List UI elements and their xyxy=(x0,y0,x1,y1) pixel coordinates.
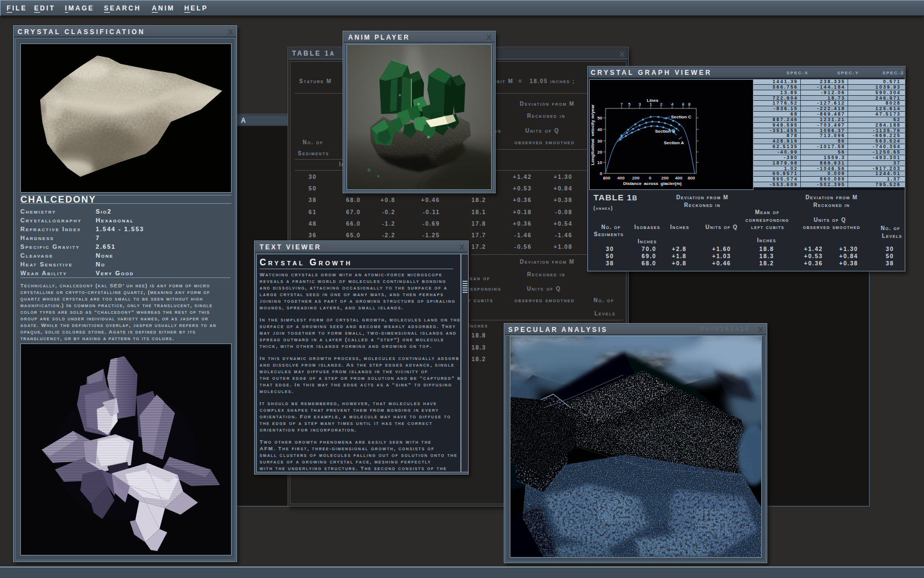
svg-text:5: 5 xyxy=(628,102,631,107)
svg-text:800: 800 xyxy=(603,176,610,181)
svg-text:30: 30 xyxy=(597,139,602,144)
svg-text:Distance across glacier(m): Distance across glacier(m) xyxy=(623,181,682,186)
svg-text:40: 40 xyxy=(597,127,602,132)
svg-text:400: 400 xyxy=(617,176,625,181)
svg-text:4: 4 xyxy=(671,102,674,107)
svg-text:Lines: Lines xyxy=(647,98,658,103)
svg-text:Section A: Section A xyxy=(664,140,684,145)
svg-text:2: 2 xyxy=(660,102,663,107)
svg-text:0: 0 xyxy=(600,171,603,176)
svg-text:Longitudinal velocity m/year: Longitudinal velocity m/year xyxy=(590,105,595,165)
svg-text:800: 800 xyxy=(688,176,695,181)
svg-text:7: 7 xyxy=(620,102,623,107)
svg-text:6: 6 xyxy=(682,102,685,107)
svg-text:400: 400 xyxy=(675,176,683,181)
svg-text:1: 1 xyxy=(650,102,652,107)
svg-text:200: 200 xyxy=(661,176,669,181)
svg-text:10: 10 xyxy=(597,160,602,165)
svg-text:Section C: Section C xyxy=(671,114,691,119)
svg-text:200: 200 xyxy=(632,176,640,181)
svg-text:50: 50 xyxy=(597,116,602,121)
svg-text:20: 20 xyxy=(597,150,602,155)
svg-text:0: 0 xyxy=(649,176,652,181)
svg-text:3: 3 xyxy=(639,102,641,107)
svg-text:8: 8 xyxy=(688,102,691,107)
